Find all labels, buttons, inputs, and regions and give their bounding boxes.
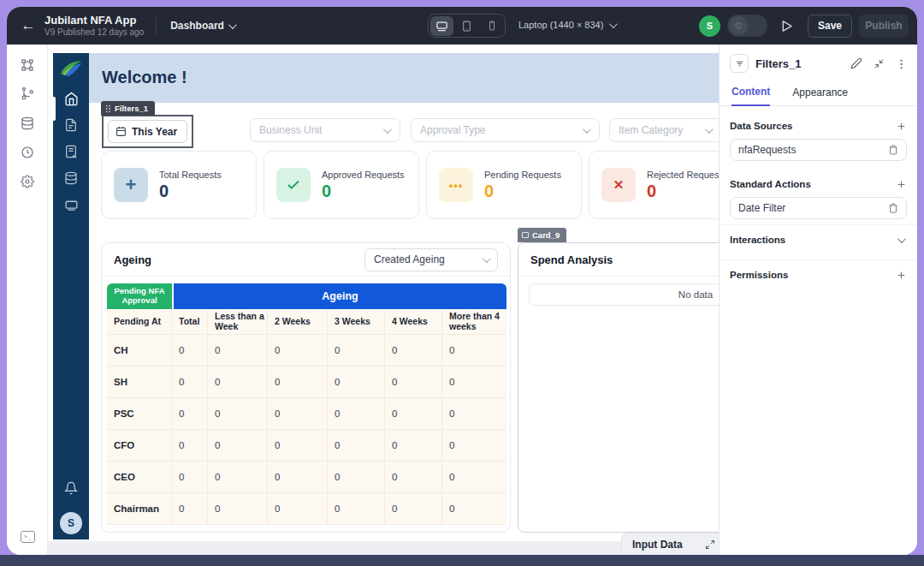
back-button[interactable]: ← xyxy=(15,17,41,34)
rename-button[interactable] xyxy=(850,57,862,69)
app-title: Jubilant NFA App xyxy=(44,15,144,27)
device-laptop-button[interactable] xyxy=(430,16,453,36)
ageing-type-select[interactable]: Created Ageing xyxy=(364,248,498,271)
app-title-block: Jubilant NFA App V9 Published 12 days ag… xyxy=(44,15,144,37)
item-category-select[interactable]: Item Category xyxy=(609,118,722,142)
cell: 0 xyxy=(442,335,506,366)
chevron-down-icon xyxy=(609,20,618,28)
row-label: CH xyxy=(107,335,172,366)
plus-icon xyxy=(896,121,907,132)
app-user-avatar[interactable]: S xyxy=(60,512,82,534)
artboard-icon[interactable] xyxy=(21,58,34,72)
date-filter-chip[interactable]: This Year xyxy=(108,120,187,143)
chevron-down-icon xyxy=(897,235,906,243)
database-icon[interactable] xyxy=(21,116,34,130)
page-selector[interactable]: Dashboard xyxy=(170,20,234,32)
interactions-section[interactable]: Interactions xyxy=(720,225,917,254)
collaboration-icon: © xyxy=(729,16,748,35)
widget-selection-outline[interactable]: This Year xyxy=(102,115,193,148)
resolution-selector[interactable]: Laptop (1440 × 834) xyxy=(518,20,615,30)
window-bottom-bar xyxy=(0,555,924,566)
cell: 0 xyxy=(328,430,385,462)
stat-label: Rejected Requests xyxy=(647,170,726,180)
delete-standard-action-button[interactable] xyxy=(888,203,898,213)
cell: 0 xyxy=(442,430,506,462)
app-version: V9 Published 12 days ago xyxy=(44,27,144,38)
row-label: Chairman xyxy=(107,493,172,525)
data-source-item[interactable]: nfaRequests xyxy=(730,139,907,161)
business-unit-select[interactable]: Business Unit xyxy=(250,118,400,142)
history-icon[interactable] xyxy=(21,146,34,159)
preview-play-button[interactable] xyxy=(779,19,794,33)
component-tree-icon[interactable] xyxy=(21,87,34,101)
cell: 0 xyxy=(328,398,385,430)
ellipsis-icon: ••• xyxy=(439,168,473,202)
nav-form-icon[interactable] xyxy=(64,145,79,159)
collaboration-toggle[interactable]: © xyxy=(727,15,767,37)
notifications-bell-icon[interactable] xyxy=(53,481,89,495)
topbar-divider xyxy=(156,17,157,34)
cell: 0 xyxy=(208,493,268,525)
jubilant-logo xyxy=(59,59,83,78)
nav-screen-icon[interactable] xyxy=(64,198,79,212)
device-tablet-button[interactable] xyxy=(455,16,478,36)
settings-icon[interactable] xyxy=(21,175,34,188)
cell: 0 xyxy=(442,398,506,430)
save-button[interactable]: Save xyxy=(808,15,852,38)
chevron-down-icon xyxy=(383,125,392,134)
table-row: SH 0 0 0 0 0 0 xyxy=(107,366,506,398)
delete-data-source-button[interactable] xyxy=(888,145,898,155)
add-data-source-button[interactable] xyxy=(896,121,907,132)
mobile-icon xyxy=(487,21,497,31)
app-nav-items xyxy=(53,92,89,212)
device-mobile-button[interactable] xyxy=(480,16,503,36)
date-filter-value: This Year xyxy=(132,126,177,138)
stat-label: Pending Requests xyxy=(484,170,561,180)
cell: 0 xyxy=(385,462,442,493)
publish-button[interactable]: Publish xyxy=(859,15,909,38)
nav-home-icon[interactable] xyxy=(64,92,79,106)
stat-value: 0 xyxy=(647,182,726,201)
cell: 0 xyxy=(385,366,442,398)
topbar-right-cluster: S © Save Publish xyxy=(699,7,917,45)
approval-type-select[interactable]: Approval Type xyxy=(411,118,600,142)
widget-tag-filters[interactable]: Filters_1 xyxy=(101,101,155,116)
user-avatar[interactable]: S xyxy=(699,15,720,37)
ageing-card-header: Ageing Created Ageing xyxy=(102,243,510,277)
collapse-panel-button[interactable] xyxy=(874,58,885,69)
data-source-name: nfaRequests xyxy=(738,144,796,156)
permissions-section: Permissions xyxy=(720,260,917,289)
terminal-icon[interactable]: >_ xyxy=(21,531,35,543)
widget-tag-card9[interactable]: Card_9 xyxy=(518,228,566,242)
data-sources-label: Data Sources xyxy=(730,121,793,131)
more-options-button[interactable]: ⋮ xyxy=(896,57,907,70)
cell: 0 xyxy=(385,493,442,525)
resolution-label: Laptop (1440 × 834) xyxy=(518,20,603,30)
chevron-down-icon xyxy=(583,125,591,134)
row-label: CFO xyxy=(107,430,172,462)
permissions-label: Permissions xyxy=(730,270,788,280)
table-column-header: Pending At Total Less than a Week 2 Week… xyxy=(107,309,506,335)
cell: 0 xyxy=(268,398,328,430)
tab-appearance[interactable]: Appearance xyxy=(792,86,848,105)
nav-database-icon[interactable] xyxy=(64,171,79,186)
standard-action-item[interactable]: Date Filter xyxy=(730,197,907,219)
add-standard-action-button[interactable] xyxy=(896,179,907,190)
nav-document-icon[interactable] xyxy=(64,118,79,133)
table-row: PSC 0 0 0 0 0 0 xyxy=(107,398,506,430)
builder-sidebar: >_ xyxy=(7,45,48,555)
cell: 0 xyxy=(268,462,328,493)
business-unit-placeholder: Business Unit xyxy=(259,124,322,136)
cell: 0 xyxy=(172,366,208,398)
add-permission-button[interactable] xyxy=(896,270,907,281)
cell: 0 xyxy=(385,430,442,462)
tab-content[interactable]: Content xyxy=(732,86,770,106)
stat-value: 0 xyxy=(484,182,561,201)
table-body: CH 0 0 0 0 0 0 SH 0 0 0 0 0 xyxy=(107,335,506,525)
drag-handle-icon xyxy=(105,104,111,113)
inspector-tabs: Content Appearance xyxy=(720,77,917,106)
ageing-card: Ageing Created Ageing Pending NFA Approv… xyxy=(101,242,511,533)
stat-card-total: + Total Requests 0 xyxy=(101,151,257,219)
cell: 0 xyxy=(442,493,506,525)
cell: 0 xyxy=(172,493,208,525)
